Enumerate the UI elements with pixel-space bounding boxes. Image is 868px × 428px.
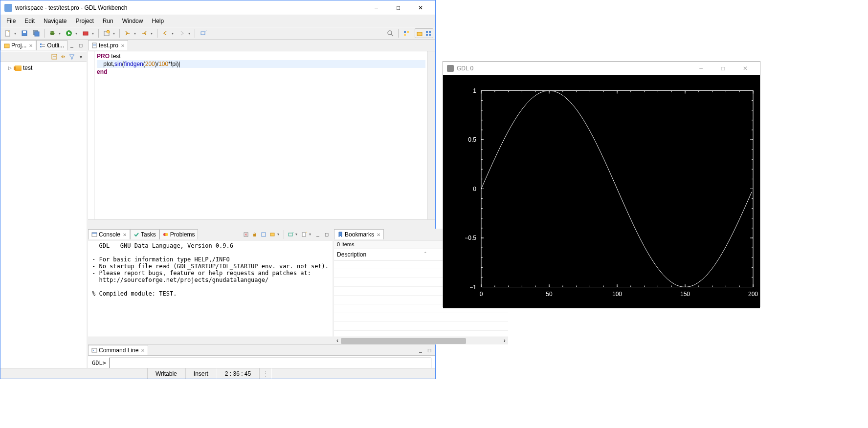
back-button[interactable] (160, 28, 171, 39)
view-menu-icon[interactable]: ▾ (77, 53, 85, 61)
status-insert[interactable]: Insert (185, 368, 217, 379)
run-dropdown[interactable]: ▾ (75, 31, 79, 36)
open-perspective-button[interactable] (401, 28, 412, 39)
new-project-button[interactable] (101, 28, 112, 39)
menu-navigate[interactable]: Navigate (40, 16, 70, 26)
bookmarks-hscroll[interactable]: ‹› (334, 337, 508, 344)
center-pane: test.pro ✕ PRO test plot,sin(findgen(200… (88, 40, 435, 368)
col-description-label: Description (337, 251, 366, 258)
menu-window[interactable]: Window (118, 16, 147, 26)
tab-problems[interactable]: Problems (159, 229, 199, 239)
debug-button[interactable] (47, 28, 58, 39)
col-description[interactable]: Description⌃ (334, 249, 451, 260)
perspective-gdl-icon[interactable] (424, 29, 432, 37)
table-row[interactable] (334, 322, 508, 331)
tree-item-label: test (23, 64, 32, 71)
prev-annotation-dropdown[interactable]: ▾ (151, 31, 155, 36)
console-clear-icon[interactable] (242, 231, 250, 238)
collapse-all-icon[interactable] (50, 53, 58, 61)
tab-outline[interactable]: Outli... (36, 40, 67, 50)
view-maximize-icon[interactable]: ◻ (323, 231, 331, 238)
console-new-icon[interactable] (300, 231, 308, 238)
maximize-button[interactable]: □ (387, 1, 409, 15)
menu-file[interactable]: File (2, 16, 20, 26)
gdl-titlebar[interactable]: GDL 0 – □ ✕ (443, 62, 760, 75)
view-maximize-icon[interactable]: ◻ (77, 42, 85, 49)
editor-text[interactable]: PRO test plot,sin(findgen(200)/100*!pi)|… (95, 51, 427, 219)
next-annotation-button[interactable] (122, 28, 133, 39)
perspective-resource-icon[interactable] (416, 29, 423, 37)
new-button[interactable] (2, 28, 13, 39)
gdl-minimize-button[interactable]: – (690, 62, 712, 75)
search-button[interactable] (385, 28, 396, 39)
tab-command-close-icon[interactable]: ✕ (141, 348, 145, 353)
tab-project-explorer[interactable]: Proj... ✕ (0, 40, 36, 50)
gdl-close-button[interactable]: ✕ (734, 62, 756, 75)
pin-editor-button[interactable] (198, 28, 208, 39)
view-minimize-icon[interactable]: ⎯ (417, 346, 424, 354)
run-button[interactable] (64, 28, 74, 39)
debug-dropdown[interactable]: ▾ (59, 31, 63, 36)
console-open-icon[interactable] (287, 231, 294, 238)
next-annotation-dropdown[interactable]: ▾ (134, 31, 138, 36)
tab-command-line[interactable]: Command Line ✕ (88, 345, 148, 355)
new-project-dropdown[interactable]: ▾ (113, 31, 117, 36)
tab-tasks[interactable]: Tasks (130, 229, 159, 239)
save-button[interactable] (19, 28, 30, 39)
console-pin-icon[interactable] (260, 231, 267, 238)
console-new-dropdown[interactable]: ▾ (309, 232, 313, 236)
project-tree[interactable]: ▷ test (0, 62, 87, 368)
menu-project[interactable]: Project (71, 16, 97, 26)
minimize-button[interactable]: – (365, 1, 387, 15)
console-open-dropdown[interactable]: ▾ (295, 232, 299, 236)
external-tools-dropdown[interactable]: ▾ (92, 31, 96, 36)
editor-tab-testpro[interactable]: test.pro ✕ (88, 40, 128, 50)
editor-tab-close-icon[interactable]: ✕ (121, 43, 125, 48)
view-maximize-icon[interactable]: ◻ (425, 346, 433, 354)
back-dropdown[interactable]: ▾ (172, 31, 176, 36)
console-display-dropdown[interactable]: ▾ (277, 232, 281, 236)
tab-console[interactable]: Console ✕ (88, 229, 130, 239)
menu-run[interactable]: Run (99, 16, 117, 26)
new-dropdown[interactable]: ▾ (14, 31, 18, 36)
tree-item-test[interactable]: ▷ test (2, 64, 85, 72)
editor-vscroll[interactable] (427, 51, 435, 219)
code-num: 100 (158, 61, 168, 67)
bookmarks-icon (337, 232, 343, 237)
editor-tabs: test.pro ✕ (88, 40, 435, 51)
close-button[interactable]: ✕ (409, 1, 431, 15)
table-row[interactable] (334, 313, 508, 322)
console-hscroll[interactable] (88, 337, 333, 344)
external-tools-button[interactable] (80, 28, 91, 39)
filter-icon[interactable] (68, 53, 76, 61)
tab-bookmarks[interactable]: Bookmarks ✕ (334, 229, 384, 239)
forward-button[interactable] (177, 28, 187, 39)
tab-bookmarks-close-icon[interactable]: ✕ (377, 232, 380, 237)
code-text: test (110, 53, 121, 60)
prev-annotation-button[interactable] (139, 28, 150, 39)
status-position[interactable]: 2 : 36 : 45 (217, 368, 259, 379)
tab-project-close-icon[interactable]: ✕ (29, 43, 33, 48)
tree-expand-icon[interactable]: ▷ (8, 65, 13, 70)
editor-gutter[interactable] (88, 51, 95, 219)
titlebar[interactable]: workspace - test/test.pro - GDL Workbenc… (0, 0, 435, 15)
forward-dropdown[interactable]: ▾ (188, 31, 192, 36)
console-output[interactable]: GDL - GNU Data Language, Version 0.9.6 -… (88, 240, 333, 337)
editor-body[interactable]: PRO test plot,sin(findgen(200)/100*!pi)|… (88, 51, 435, 219)
menu-help[interactable]: Help (148, 16, 168, 26)
gdl-maximize-button[interactable]: □ (712, 62, 734, 75)
editor-hscroll[interactable] (88, 219, 435, 227)
tab-project-label: Proj... (11, 42, 26, 49)
status-writable[interactable]: Writable (147, 368, 185, 379)
save-all-button[interactable] (31, 28, 42, 39)
tab-console-close-icon[interactable]: ✕ (123, 232, 127, 237)
console-display-icon[interactable] (268, 231, 276, 238)
view-minimize-icon[interactable]: ⎯ (68, 42, 76, 49)
statusbar: Writable Insert 2 : 36 : 45 ⋮ (0, 368, 435, 379)
view-minimize-icon[interactable]: ⎯ (314, 231, 322, 238)
link-editor-icon[interactable] (59, 53, 67, 61)
command-input[interactable] (109, 358, 431, 368)
menu-edit[interactable]: Edit (21, 16, 39, 26)
console-scroll-lock-icon[interactable] (251, 231, 259, 238)
cursor: | (179, 61, 180, 67)
